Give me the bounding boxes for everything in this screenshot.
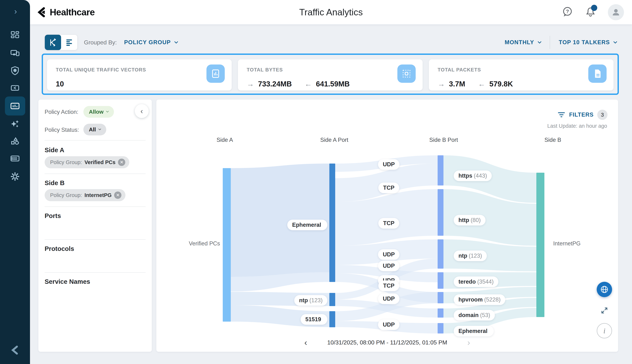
node-pill-teredo[interactable]: teredo(3544) (454, 276, 498, 287)
policy-action-label: Policy Action: (45, 109, 78, 115)
pill-name: http (458, 217, 469, 223)
expand-icon (600, 306, 609, 315)
pill-name: 51519 (305, 316, 321, 322)
notification-dot (591, 5, 597, 11)
shield-gear-icon (10, 66, 20, 76)
policy-action-value: Allow (89, 109, 104, 115)
chevron-down-icon (537, 40, 541, 44)
sankey-view-button[interactable] (45, 35, 61, 50)
period-value: MONTHLY (505, 39, 534, 46)
received-arrow-icon: ← (305, 80, 312, 88)
shapes-icon (10, 136, 20, 146)
globe-button[interactable] (597, 282, 612, 297)
node-pill-domain[interactable]: domain(53) (454, 310, 495, 320)
protocol-pill: UDP (378, 320, 399, 330)
node-pill-51519[interactable]: 51519 (301, 314, 327, 325)
side-b-node-label: InternetPG (553, 240, 581, 247)
node-pill-https[interactable]: https(443) (454, 170, 492, 181)
pill-name: domain (458, 312, 479, 318)
prev-page-button[interactable]: ‹ (304, 338, 307, 347)
sidebar-item-devices[interactable] (0, 44, 30, 62)
pill-port: (5228) (484, 296, 501, 303)
fullscreen-button[interactable] (597, 303, 612, 318)
brand: Healthcare (37, 0, 95, 24)
chevron-down-icon (174, 40, 178, 44)
talkers-dropdown[interactable]: TOP 10 TALKERS (559, 39, 617, 46)
pill-name: hpvroom (458, 296, 483, 303)
stat-received-value: 641.59MB (316, 80, 350, 88)
policy-action-dropdown[interactable]: Allow (83, 106, 114, 118)
pill-port: (53) (480, 312, 490, 318)
filters-label: FILTERS (569, 112, 594, 118)
sidebar-item-dashboard[interactable] (0, 26, 30, 44)
sidebar-item-console[interactable] (0, 150, 30, 168)
top-bar: Healthcare Traffic Analytics ? (30, 0, 632, 24)
console-icon (10, 154, 20, 164)
node-pill-http[interactable]: http(80) (454, 215, 486, 226)
protocol-pill: TCP (378, 280, 399, 291)
help-button[interactable]: ? (562, 6, 573, 18)
remove-filter-icon[interactable]: ✕ (118, 158, 125, 166)
pill-port: (80) (471, 217, 481, 223)
globe-icon (600, 285, 609, 294)
stat-card-packets: TOTAL PACKETS → 3.7M ← 579.8K (429, 60, 613, 90)
chip-value: InternetPG (85, 192, 112, 198)
side-a-heading: Side A (45, 146, 64, 154)
divider (45, 240, 146, 240)
divider (45, 272, 146, 273)
pill-name: teredo (458, 278, 476, 285)
analytics-icon (10, 101, 20, 111)
chevron-down-icon (98, 127, 101, 130)
sent-arrow-icon: → (247, 80, 254, 88)
brand-logo-icon (37, 7, 47, 18)
node-pill-hpvroom[interactable]: hpvroom(5228) (454, 294, 505, 305)
pill-name: https (458, 172, 472, 179)
side-b-heading: Side B (45, 179, 65, 186)
protocol-pill: UDP (378, 249, 399, 260)
period-dropdown[interactable]: MONTHLY (505, 39, 541, 46)
policy-status-label: Policy Status: (45, 127, 79, 133)
sidebar-expand-icon[interactable]: › (14, 7, 17, 15)
info-icon: i (603, 326, 605, 335)
brand-name: Healthcare (50, 7, 95, 18)
policy-status-dropdown[interactable]: All (83, 124, 106, 136)
next-page-button[interactable]: › (467, 338, 470, 347)
side-a-node-label: Verified PCs (189, 240, 220, 247)
protocol-pill: UDP (378, 159, 399, 170)
person-icon (610, 6, 621, 18)
sidebar-item-assets[interactable] (0, 79, 30, 97)
node-pill-ntp-b[interactable]: ntp(123) (454, 250, 487, 261)
grouped-by-dropdown[interactable]: POLICY GROUP (124, 39, 178, 46)
protocol-pill: UDP (378, 260, 399, 271)
column-header-side-b: Side B (544, 137, 561, 143)
pill-port: (123) (309, 297, 323, 304)
sidebar-item-settings[interactable] (0, 168, 30, 185)
sidebar-item-segments[interactable] (0, 132, 30, 150)
stat-received-value: 579.8K (489, 80, 513, 88)
remove-filter-icon[interactable]: ✕ (114, 192, 121, 199)
node-pill-ephemeral[interactable]: Ephemeral (287, 220, 327, 230)
bar-chart-icon (206, 64, 225, 83)
pill-name: Ephemeral (458, 328, 488, 334)
brand-chevron-icon (10, 345, 20, 355)
pill-name: Ephemeral (292, 222, 321, 228)
collapse-panel-button[interactable]: ‹ (135, 104, 149, 118)
stat-label: TOTAL BYTES (247, 67, 283, 73)
stat-card-bytes: TOTAL BYTES → 733.24MB ← 641.59MB (238, 60, 423, 90)
node-pill-ephemeral-b[interactable]: Ephemeral (454, 326, 494, 336)
info-button[interactable]: i (597, 323, 612, 338)
notifications-button[interactable] (585, 6, 596, 18)
sidebar-item-policy[interactable] (0, 62, 30, 80)
avatar[interactable] (608, 4, 624, 20)
list-view-button[interactable] (61, 35, 77, 50)
sidebar-item-ai[interactable] (0, 115, 30, 133)
sidebar-item-analytics[interactable] (0, 96, 30, 116)
sankey-chart-card: FILTERS 3 Last Update: an hour ago Side … (156, 100, 618, 352)
grouped-by-value: POLICY GROUP (124, 39, 171, 46)
chip-prefix: Policy Group: (50, 192, 82, 198)
chevron-down-icon (106, 110, 109, 112)
stat-sent-value: 733.24MB (258, 80, 292, 88)
filters-button[interactable]: FILTERS 3 (557, 110, 607, 120)
node-pill-ntp[interactable]: ntp(123) (294, 295, 327, 306)
sparkles-icon (10, 119, 20, 129)
